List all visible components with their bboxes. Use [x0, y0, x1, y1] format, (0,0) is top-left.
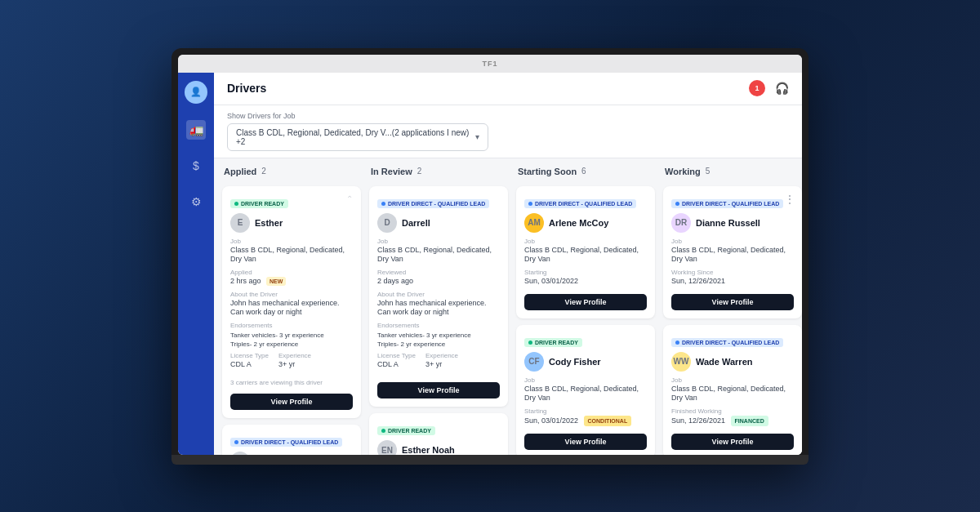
license-type-value-darrell: CDL A	[377, 360, 416, 370]
badge-label-courtney: DRIVER DIRECT - QUALIFIED LEAD	[241, 439, 338, 445]
avatar-esther: E	[230, 213, 250, 233]
badge-dot-green-esther-noah	[381, 429, 385, 433]
about-value-darrell: John has mechanical experience. Can work…	[377, 299, 500, 318]
column-title-working: Working	[665, 167, 701, 176]
badge-driver-direct-dianne: DRIVER DIRECT - QUALIFIED LEAD	[671, 199, 783, 208]
more-options-icon[interactable]: ⋮	[784, 193, 795, 206]
applied-value-esther: 2 hrs ago NEW	[230, 277, 353, 287]
app-header: Drivers 1 🎧	[214, 73, 802, 105]
column-header-starting-soon: Starting Soon 6	[516, 167, 655, 176]
job-value-dianne: Class B CDL, Regional, Dedicated, Dry Va…	[671, 246, 794, 265]
view-profile-button-dianne[interactable]: View Profile	[671, 294, 794, 310]
filter-row: Show Drivers for Job Class B CDL, Region…	[214, 105, 802, 158]
experience-label-darrell: Experience	[425, 352, 458, 359]
badge-label-dianne: DRIVER DIRECT - QUALIFIED LEAD	[682, 201, 779, 207]
column-count-in-review: 2	[417, 167, 422, 176]
carriers-text: 3 carriers are viewing this driver	[230, 379, 353, 386]
badge-driver-ready-cody: DRIVER READY	[524, 338, 582, 347]
job-value-esther: Class B CDL, Regional, Dedicated, Dry Va…	[230, 246, 353, 265]
badge-dot-blue-wade	[675, 341, 679, 345]
badge-label-arlene: DRIVER DIRECT - QUALIFIED LEAD	[535, 201, 632, 207]
column-header-applied: Applied 2	[222, 167, 361, 176]
conditional-badge: CONDITIONAL	[584, 416, 632, 426]
endorsements-value-darrell: Tanker vehicles- 3 yr experienceTriples-…	[377, 331, 500, 349]
about-label: About the Driver	[230, 291, 353, 298]
driver-info-esther-noah: EN Esther Noah	[377, 440, 500, 455]
badge-dot-green-cody	[528, 341, 532, 345]
laptop-screen: TF1 👤 🚛 $ ⚙ Drivers 1 🎧	[178, 55, 802, 455]
finished-label: Finished Working	[671, 407, 794, 415]
driver-name-wade: Wade Warren	[696, 357, 752, 367]
view-profile-button-arlene[interactable]: View Profile	[524, 294, 647, 310]
driver-card-esther: ⌃ DRIVER READY E Esther Job Class B CDL,…	[222, 186, 361, 419]
license-row-esther: License Type CDL A Experience 3+ yr	[230, 352, 353, 374]
badge-dot-green	[234, 202, 238, 206]
badge-label: DRIVER READY	[241, 201, 284, 207]
view-profile-button-wade[interactable]: View Profile	[671, 434, 794, 450]
avatar-darrell: D	[377, 213, 397, 233]
working-since-label: Working Since	[671, 269, 794, 276]
collapse-icon: ⌃	[346, 194, 353, 203]
sidebar: 👤 🚛 $ ⚙	[178, 73, 214, 455]
sidebar-icon-truck[interactable]: 🚛	[186, 120, 206, 140]
kanban-board: Applied 2 ⌃ DRIVER READY E	[214, 158, 802, 455]
column-working: Working 5 ⋮ DRIVER DIRECT - QUALIFIED LE…	[663, 167, 802, 447]
chevron-down-icon: ▾	[475, 132, 479, 141]
starting-label-cody: Starting	[524, 407, 647, 415]
driver-card-darrell: DRIVER DIRECT - QUALIFIED LEAD D Darrell…	[369, 186, 508, 407]
app-layout: 👤 🚛 $ ⚙ Drivers 1 🎧	[178, 73, 802, 455]
avatar-esther-noah: EN	[377, 440, 397, 455]
topbar-label: TF1	[482, 60, 497, 68]
starting-value-arlene: Sun, 03/01/2022	[524, 277, 647, 287]
badge-dot-blue-darrell	[381, 202, 385, 206]
job-value-wade: Class B CDL, Regional, Dedicated, Dry Va…	[671, 385, 794, 403]
headphone-icon[interactable]: 🎧	[775, 82, 789, 95]
badge-driver-direct-wade: DRIVER DIRECT - QUALIFIED LEAD	[671, 338, 783, 347]
header-right: 1 🎧	[749, 80, 789, 96]
driver-card-wade: DRIVER DIRECT - QUALIFIED LEAD WW Wade W…	[663, 325, 802, 455]
column-header-in-review: In Review 2	[369, 167, 508, 176]
badge-driver-direct-arlene: DRIVER DIRECT - QUALIFIED LEAD	[524, 199, 636, 208]
badge-driver-direct-courtney: DRIVER DIRECT - QUALIFIED LEAD	[230, 438, 342, 447]
view-profile-button-cody[interactable]: View Profile	[524, 434, 647, 450]
license-type-label-darrell: License Type	[377, 352, 416, 359]
view-profile-button-esther[interactable]: View Profile	[230, 394, 353, 410]
working-since-value: Sun, 12/26/2021	[671, 277, 794, 287]
job-filter-dropdown[interactable]: Class B CDL, Regional, Dedicated, Dry V.…	[227, 123, 488, 151]
badge-driver-direct-darrell: DRIVER DIRECT - QUALIFIED LEAD	[377, 199, 489, 208]
sidebar-icon-dollar[interactable]: $	[186, 156, 206, 176]
sidebar-icon-gear[interactable]: ⚙	[186, 192, 206, 211]
driver-info-darrell: D Darrell	[377, 213, 500, 233]
column-title-applied: Applied	[224, 167, 256, 176]
experience-label: Experience	[278, 352, 311, 359]
column-title-starting-soon: Starting Soon	[518, 167, 577, 176]
driver-info-dianne: DR Dianne Russell	[671, 213, 794, 233]
column-count-applied: 2	[261, 167, 266, 176]
avatar-arlene: AM	[524, 213, 544, 233]
notification-icon[interactable]: 1	[749, 80, 765, 96]
column-in-review: In Review 2 DRIVER DIRECT - QUALIFIED LE…	[369, 167, 508, 447]
column-applied: Applied 2 ⌃ DRIVER READY E	[222, 167, 361, 447]
driver-card-cody: DRIVER READY CF Cody Fisher Job Class B …	[516, 325, 655, 455]
driver-name-darrell: Darrell	[402, 218, 430, 228]
reviewed-label: Reviewed	[377, 269, 500, 276]
driver-name-dianne: Dianne Russell	[696, 218, 760, 228]
badge-driver-ready: DRIVER READY	[230, 199, 288, 208]
sidebar-avatar: 👤	[185, 81, 207, 104]
badge-label-esther-noah: DRIVER READY	[388, 428, 431, 434]
about-value-esther: John has mechanical experience. Can work…	[230, 299, 353, 318]
reviewed-value: 2 days ago	[377, 277, 500, 287]
job-label-dianne: Job	[671, 238, 794, 245]
avatar-courtney: C	[230, 452, 250, 455]
badge-driver-ready-esther-noah: DRIVER READY	[377, 426, 435, 435]
view-profile-button-darrell[interactable]: View Profile	[377, 382, 500, 398]
endorsements-label: Endorsements	[230, 322, 353, 329]
avatar-dianne: DR	[671, 213, 691, 233]
driver-info-wade: WW Wade Warren	[671, 352, 794, 372]
column-header-working: Working 5	[663, 167, 802, 176]
avatar-wade: WW	[671, 352, 691, 372]
job-label-darrell: Job	[377, 238, 500, 245]
badge-label-cody: DRIVER READY	[535, 340, 578, 345]
column-title-in-review: In Review	[371, 167, 412, 176]
driver-info-arlene: AM Arlene McCoy	[524, 213, 647, 233]
